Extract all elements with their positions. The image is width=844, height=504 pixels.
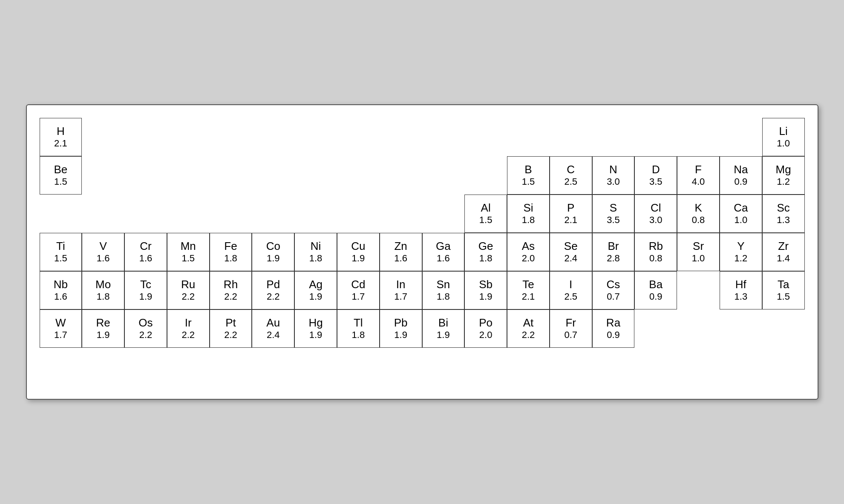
empty-cell-r2-c6 xyxy=(210,156,252,195)
empty-cell-r3-c4 xyxy=(82,195,124,233)
element-symbol-y: Y xyxy=(737,240,744,253)
empty-cell-r2-c5 xyxy=(167,156,210,195)
element-en-ta: 1.5 xyxy=(777,291,790,302)
element-en-cl: 3.0 xyxy=(649,215,663,226)
element-symbol-pd: Pd xyxy=(266,278,280,291)
element-fr: Fr0.7 xyxy=(550,309,592,348)
element-en-bi: 1.9 xyxy=(437,329,450,341)
element-en-as: 2.0 xyxy=(522,253,535,264)
element-symbol-rh: Rh xyxy=(224,278,238,291)
empty-cell-r1-c10 xyxy=(422,118,465,156)
element-symbol-br: Br xyxy=(608,240,619,253)
element-au: Au2.4 xyxy=(252,309,294,348)
empty-cell-r1-c13 xyxy=(550,118,592,156)
empty-cell-r7-c7 xyxy=(40,348,82,386)
empty-cell-r1-c2 xyxy=(82,118,124,156)
element-en-pt: 2.2 xyxy=(224,329,237,341)
empty-cell-r7-c3 xyxy=(634,309,677,348)
element-ta: Ta1.5 xyxy=(762,271,805,309)
element-v: V1.6 xyxy=(82,233,124,271)
element-symbol-pt: Pt xyxy=(225,316,236,329)
empty-cell-r3-c6 xyxy=(167,195,210,233)
element-en-nb: 1.6 xyxy=(54,291,67,302)
element-symbol-ir: Ir xyxy=(185,316,192,329)
element-ti: Ti1.5 xyxy=(40,233,82,271)
element-mo: Mo1.8 xyxy=(82,271,124,309)
empty-cell-r1-c12 xyxy=(507,118,550,156)
element-symbol-sr: Sr xyxy=(693,240,704,253)
element-n: N3.0 xyxy=(592,156,635,195)
empty-cell-r7-c16 xyxy=(422,348,465,386)
element-en-ir: 2.2 xyxy=(181,329,195,341)
element-en-rh: 2.2 xyxy=(224,291,237,302)
element-symbol-ra: Ra xyxy=(606,316,620,329)
element-hg: Hg1.9 xyxy=(294,309,337,348)
element-en-in: 1.7 xyxy=(394,291,407,302)
element-symbol-ag: Ag xyxy=(309,278,323,291)
empty-cell-r1-c16 xyxy=(677,118,720,156)
element-symbol-bi: Bi xyxy=(438,316,448,329)
element-h: H2.1 xyxy=(40,118,82,156)
element-en-li: 1.0 xyxy=(777,138,790,149)
element-symbol-hf: Hf xyxy=(735,278,746,291)
element-symbol-ru: Ru xyxy=(181,278,195,291)
element-k: K0.8 xyxy=(677,195,720,233)
periodic-table-container: H2.1Li1.0Be1.5B1.5C2.5N3.0D3.5F4.0Na0.9M… xyxy=(26,104,818,400)
element-symbol-tl: Tl xyxy=(354,316,363,329)
element-en-tl: 1.8 xyxy=(352,329,365,341)
element-symbol-h: H xyxy=(57,125,65,138)
empty-cell-r7-c10 xyxy=(167,348,210,386)
element-tl: Tl1.8 xyxy=(337,309,380,348)
element-symbol-s: S xyxy=(610,201,617,215)
element-symbol-at: At xyxy=(523,316,534,329)
element-ga: Ga1.6 xyxy=(422,233,465,271)
element-symbol-be: Be xyxy=(54,163,67,176)
element-ni: Ni1.8 xyxy=(294,233,337,271)
element-symbol-b: B xyxy=(524,163,532,176)
element-symbol-rb: Rb xyxy=(649,240,663,253)
element-en-si: 1.8 xyxy=(522,215,535,226)
element-mn: Mn1.5 xyxy=(167,233,210,271)
element-en-be: 1.5 xyxy=(54,176,67,187)
element-symbol-i: I xyxy=(569,278,572,291)
element-sr: Sr1.0 xyxy=(677,233,720,271)
element-s: S3.5 xyxy=(592,195,635,233)
element-po: Po2.0 xyxy=(464,309,507,348)
element-cs: Cs0.7 xyxy=(592,271,635,309)
empty-cell-r7-c15 xyxy=(380,348,422,386)
periodic-table: H2.1Li1.0Be1.5B1.5C2.5N3.0D3.5F4.0Na0.9M… xyxy=(40,118,805,386)
empty-cell-r7-c8 xyxy=(82,348,124,386)
element-ca: Ca1.0 xyxy=(720,195,762,233)
element-rh: Rh2.2 xyxy=(210,271,252,309)
element-bi: Bi1.9 xyxy=(422,309,465,348)
element-en-sb: 1.9 xyxy=(479,291,493,302)
element-en-ni: 1.8 xyxy=(309,253,323,264)
element-symbol-w: W xyxy=(55,316,66,329)
empty-cell-r1-c7 xyxy=(294,118,337,156)
element-symbol-d: D xyxy=(652,163,660,176)
element-cr: Cr1.6 xyxy=(124,233,167,271)
element-symbol-sb: Sb xyxy=(479,278,493,291)
element-symbol-zn: Zn xyxy=(394,240,407,253)
element-re: Re1.9 xyxy=(82,309,124,348)
element-en-sr: 1.0 xyxy=(692,253,705,264)
element-symbol-fe: Fe xyxy=(224,240,237,253)
empty-cell-r1-c4 xyxy=(167,118,210,156)
element-symbol-po: Po xyxy=(479,316,493,329)
element-en-f: 4.0 xyxy=(692,176,705,187)
element-en-cu: 1.9 xyxy=(352,253,365,264)
element-symbol-k: K xyxy=(694,201,702,215)
empty-cell-r1-c14 xyxy=(592,118,635,156)
element-symbol-v: V xyxy=(99,240,107,253)
element-en-cs: 0.7 xyxy=(607,291,620,302)
element-symbol-al: Al xyxy=(481,201,491,215)
element-p: P2.1 xyxy=(550,195,592,233)
element-en-h: 2.1 xyxy=(54,138,67,149)
empty-cell-r3-c3 xyxy=(40,195,82,233)
element-en-sn: 1.8 xyxy=(437,291,450,302)
element-symbol-ge: Ge xyxy=(478,240,493,253)
element-en-fe: 1.8 xyxy=(224,253,237,264)
element-ru: Ru2.2 xyxy=(167,271,210,309)
element-en-mg: 1.2 xyxy=(777,176,790,187)
empty-cell-r7-c9 xyxy=(124,348,167,386)
